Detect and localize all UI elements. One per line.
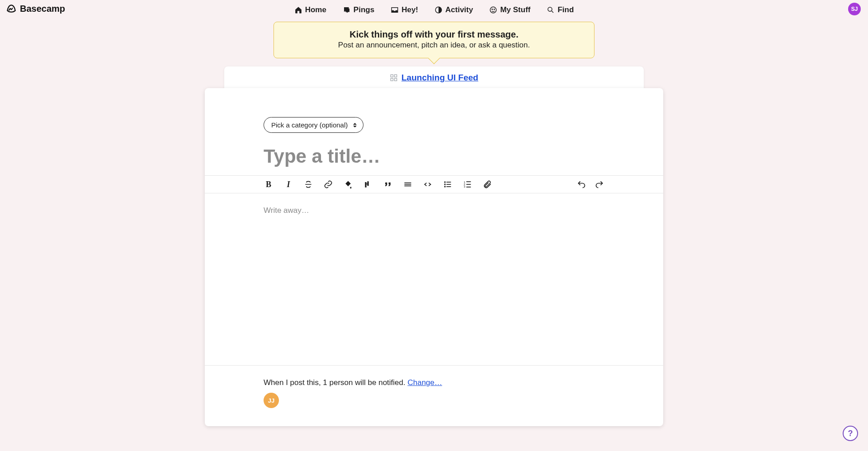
svg-rect-20: [467, 187, 471, 188]
svg-point-2: [492, 9, 493, 10]
notify-text: When I post this, 1 person will be notif…: [264, 378, 407, 387]
svg-rect-6: [395, 75, 397, 77]
undo-button[interactable]: [576, 179, 586, 189]
bold-button[interactable]: B: [264, 179, 274, 189]
svg-rect-7: [391, 79, 393, 81]
nav-hey[interactable]: Hey!: [391, 5, 418, 14]
help-button[interactable]: ?: [843, 426, 858, 441]
title-input[interactable]: [264, 146, 604, 167]
change-notify-link[interactable]: Change…: [407, 378, 442, 387]
svg-rect-18: [467, 184, 471, 185]
strikethrough-button[interactable]: [303, 179, 313, 189]
grid-icon: [390, 74, 398, 82]
inbox-icon: [391, 6, 399, 14]
svg-point-3: [494, 9, 495, 10]
svg-point-9: [444, 181, 446, 183]
nav-find[interactable]: Find: [547, 5, 574, 14]
bullet-list-button[interactable]: [443, 179, 453, 189]
nav-find-label: Find: [557, 5, 574, 14]
hint-title: Kick things off with your first message.: [285, 29, 583, 40]
search-icon: [547, 6, 555, 14]
attach-button[interactable]: [482, 179, 492, 189]
user-avatar[interactable]: SJ: [848, 3, 861, 15]
rich-text-toolbar: B I: [205, 175, 663, 193]
svg-point-1: [491, 7, 497, 13]
brand-logo[interactable]: Basecamp: [5, 3, 65, 14]
notify-line: When I post this, 1 person will be notif…: [205, 366, 663, 387]
svg-rect-14: [447, 186, 451, 187]
svg-point-4: [548, 7, 552, 11]
svg-rect-10: [447, 182, 451, 183]
breadcrumb-card: Launching UI Feed: [224, 66, 644, 90]
category-select[interactable]: Pick a category (optional): [264, 117, 363, 133]
activity-icon: [434, 6, 443, 14]
help-icon: ?: [848, 429, 853, 438]
number-list-button[interactable]: 123: [462, 179, 472, 189]
divider-button[interactable]: [403, 179, 413, 189]
nav-pings-label: Pings: [354, 5, 374, 14]
quote-button[interactable]: [383, 179, 393, 189]
svg-rect-12: [447, 184, 451, 185]
nav-mystuff[interactable]: My Stuff: [489, 5, 530, 14]
code-button[interactable]: [423, 179, 433, 189]
user-avatar-initials: SJ: [851, 6, 858, 12]
color-button[interactable]: [343, 179, 353, 189]
nav-mystuff-label: My Stuff: [500, 5, 530, 14]
nav-activity[interactable]: Activity: [434, 5, 473, 14]
home-icon: [294, 6, 302, 14]
nav-activity-label: Activity: [445, 5, 473, 14]
project-link[interactable]: Launching UI Feed: [390, 73, 478, 83]
nav-home-label: Home: [305, 5, 326, 14]
basecamp-icon: [5, 3, 17, 14]
svg-point-11: [444, 183, 446, 185]
svg-rect-5: [391, 75, 393, 77]
heading-button[interactable]: [363, 179, 373, 189]
nav-home[interactable]: Home: [294, 5, 326, 14]
svg-rect-16: [467, 181, 471, 182]
smiley-icon: [489, 6, 497, 14]
link-button[interactable]: [323, 179, 333, 189]
svg-text:3: 3: [464, 185, 465, 188]
category-select-label: Pick a category (optional): [271, 121, 348, 129]
message-composer: Pick a category (optional) B I: [205, 88, 663, 426]
svg-rect-8: [395, 79, 397, 81]
notified-person-initials: JJ: [268, 397, 274, 404]
nav-pings[interactable]: Pings: [343, 5, 374, 14]
chat-icon: [343, 6, 351, 14]
nav-hey-label: Hey!: [401, 5, 418, 14]
redo-button[interactable]: [594, 179, 604, 189]
project-link-label: Launching UI Feed: [401, 73, 478, 83]
onboarding-hint: Kick things off with your first message.…: [274, 22, 594, 58]
notified-person-avatar[interactable]: JJ: [264, 393, 279, 408]
italic-button[interactable]: I: [283, 179, 293, 189]
select-chevron-icon: [353, 123, 358, 127]
body-editor[interactable]: [205, 193, 663, 284]
svg-point-13: [444, 186, 446, 187]
hint-subtitle: Post an announcement, pitch an idea, or …: [285, 41, 583, 50]
brand-name: Basecamp: [20, 4, 65, 14]
main-nav: Home Pings Hey! Activity My Stuff Find: [294, 5, 574, 14]
top-bar: Basecamp Home Pings Hey! Activity My Stu…: [0, 0, 868, 18]
